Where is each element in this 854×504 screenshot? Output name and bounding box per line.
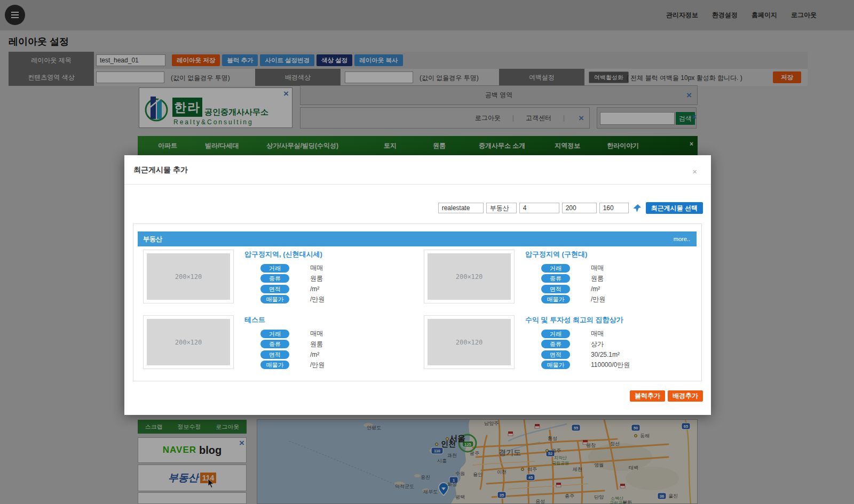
listing-thumbnail[interactable]: 200×120 <box>143 250 234 303</box>
modal-input-row: 최근게시물 선택 <box>438 202 703 214</box>
add-block-footer-button[interactable]: 블럭추가 <box>630 390 665 402</box>
panel-title: 부동산 <box>143 235 162 244</box>
board-name-input[interactable] <box>486 203 517 213</box>
badge-type: 종류 <box>260 274 289 283</box>
badge-deal: 거래 <box>260 330 289 338</box>
badge-type: 종류 <box>260 340 289 348</box>
badge-type: 종류 <box>541 274 570 283</box>
modal-title: 최근게시물 추가 <box>133 165 188 175</box>
badge-deal: 거래 <box>541 264 570 273</box>
posts-panel: 부동산 more.. 200×120 압구정지역, (신현대시세) 거래매매 종… <box>133 223 702 381</box>
listing-thumbnail[interactable]: 200×120 <box>143 315 234 369</box>
add-background-footer-button[interactable]: 배경추가 <box>668 390 703 402</box>
listing-thumbnail[interactable]: 200×120 <box>424 315 515 369</box>
badge-area: 면적 <box>260 285 289 293</box>
badge-price: 매물가 <box>541 361 570 369</box>
modal-divider <box>124 184 711 185</box>
panel-header: 부동산 more.. <box>138 231 697 246</box>
board-id-input[interactable] <box>438 203 484 213</box>
badge-price: 매물가 <box>260 361 289 369</box>
count-input[interactable] <box>519 203 559 213</box>
badge-type: 종류 <box>541 340 570 348</box>
badge-area: 면적 <box>541 350 570 359</box>
listing-title[interactable]: 압구정지역 (구현대) <box>525 250 691 259</box>
more-link[interactable]: more.. <box>674 236 690 242</box>
listing-title[interactable]: 압구정지역, (신현대시세) <box>244 250 410 259</box>
listing-thumbnail[interactable]: 200×120 <box>424 250 515 303</box>
badge-area: 면적 <box>541 285 570 293</box>
height-input[interactable] <box>599 203 629 213</box>
recent-posts-modal: 최근게시물 추가 × 최근게시물 선택 부동산 more.. 200×120 <box>124 155 711 415</box>
select-recent-posts-button[interactable]: 최근게시물 선택 <box>646 202 703 214</box>
listing-title[interactable]: 테스트 <box>244 315 410 325</box>
width-input[interactable] <box>562 203 597 213</box>
listing-card: 200×120 수익 및 투자성 최고의 집합상가 거래매매 종류상가 면적30… <box>424 315 693 371</box>
listing-title[interactable]: 수익 및 투자성 최고의 집합상가 <box>525 315 691 325</box>
listing-card: 200×120 압구정지역 (구현대) 거래매매 종류원룸 면적/m² 매물가/… <box>424 250 693 306</box>
badge-deal: 거래 <box>260 264 289 273</box>
screen: 관리자정보 환경설정 홈페이지 로그아웃 레이아웃 설정 레이아웃 제목 레이아… <box>0 0 854 504</box>
badge-area: 면적 <box>260 350 289 359</box>
listing-card: 200×120 테스트 거래매매 종류원룸 면적/m² 매물가/만원 <box>143 315 413 371</box>
pin-icon[interactable] <box>633 204 642 212</box>
modal-footer: 블럭추가 배경추가 <box>630 390 703 402</box>
badge-price: 매물가 <box>260 295 289 303</box>
badge-price: 매물가 <box>541 295 570 303</box>
listing-card: 200×120 압구정지역, (신현대시세) 거래매매 종류원룸 면적/m² 매… <box>143 250 413 306</box>
badge-deal: 거래 <box>541 330 570 338</box>
modal-close-icon[interactable]: × <box>692 167 697 176</box>
